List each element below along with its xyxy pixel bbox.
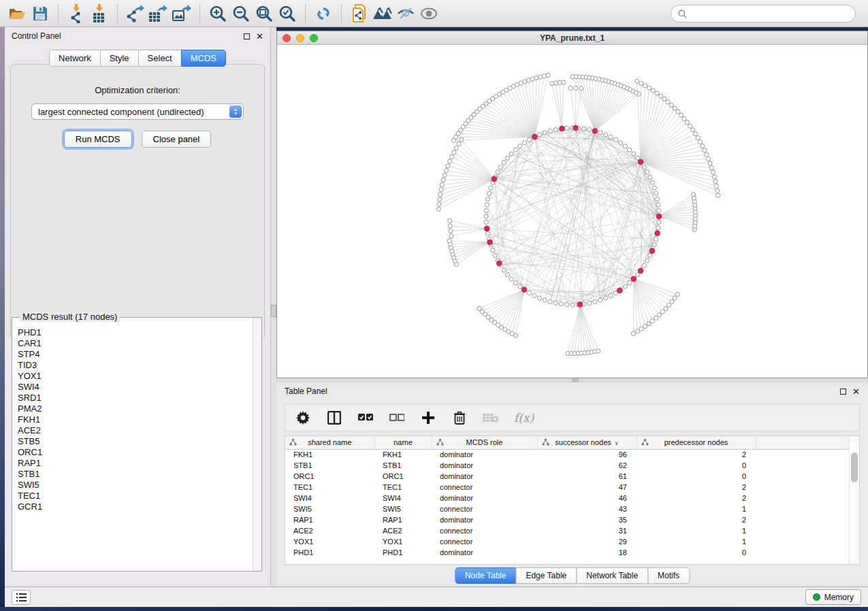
zoom-fit-button[interactable] — [253, 3, 276, 24]
table-cell[interactable]: 47 — [537, 482, 637, 493]
table-cell[interactable]: 62 — [537, 460, 637, 471]
table-cell[interactable]: TEC1 — [285, 482, 374, 493]
table-cell[interactable]: PHD1 — [285, 547, 374, 558]
memory-button[interactable]: Memory — [805, 589, 861, 605]
table-cell[interactable]: dominator — [432, 514, 537, 525]
search-box[interactable] — [671, 5, 856, 22]
column-header-predecessor-nodes[interactable]: predecessor nodes — [637, 436, 756, 449]
table-cell[interactable]: dominator — [432, 471, 537, 482]
gear-icon[interactable] — [295, 410, 311, 426]
window-zoom-button[interactable] — [310, 34, 318, 42]
export-network-button[interactable] — [124, 3, 147, 24]
table-cell[interactable]: 1 — [637, 503, 756, 514]
table-cell[interactable]: 18 — [537, 547, 637, 558]
table-cell[interactable]: 2 — [637, 449, 756, 460]
tab-style[interactable]: Style — [100, 50, 139, 67]
column-header-MCDS-role[interactable]: MCDS role — [432, 436, 537, 449]
add-column-icon[interactable] — [420, 410, 436, 426]
table-cell[interactable]: STB1 — [285, 460, 374, 471]
window-minimize-button[interactable] — [296, 34, 304, 42]
table-cell[interactable]: FKH1 — [285, 449, 374, 460]
deselect-all-icon[interactable] — [389, 410, 405, 426]
table-cell[interactable]: connector — [432, 536, 537, 547]
search-input[interactable] — [691, 9, 848, 18]
open-file-button[interactable] — [5, 3, 29, 24]
table-row[interactable]: ACE2ACE2connector311 — [285, 525, 857, 536]
table-cell[interactable]: 2 — [637, 514, 756, 525]
zoom-out-button[interactable] — [229, 3, 253, 24]
column-header-name[interactable]: name — [374, 436, 432, 449]
table-scrollbar-thumb[interactable] — [851, 452, 858, 482]
mcds-result-item[interactable]: ORC1 — [18, 447, 253, 458]
hide-selected-button[interactable] — [394, 3, 417, 24]
table-cell[interactable]: SWI4 — [374, 493, 432, 503]
table-cell[interactable]: dominator — [432, 460, 537, 471]
mcds-result-item[interactable]: YOX1 — [18, 371, 253, 382]
table-cell[interactable]: SWI5 — [285, 503, 374, 514]
new-network-from-selection-button[interactable] — [348, 3, 371, 24]
table-cell[interactable]: 35 — [537, 514, 637, 525]
table-cell[interactable]: 0 — [637, 547, 756, 558]
table-row[interactable]: ORC1ORC1dominator610 — [285, 471, 857, 482]
tab-edge-table[interactable]: Edge Table — [515, 567, 577, 584]
zoom-selected-button[interactable] — [276, 3, 299, 24]
tab-network[interactable]: Network — [49, 50, 101, 67]
export-table-button[interactable] — [147, 3, 170, 24]
mcds-result-item[interactable]: STB5 — [18, 436, 253, 447]
table-cell[interactable]: 96 — [537, 449, 637, 460]
table-cell[interactable]: SWI4 — [285, 493, 374, 503]
float-panel-icon[interactable] — [244, 33, 250, 39]
table-cell[interactable]: RAP1 — [285, 514, 374, 525]
run-mcds-button[interactable]: Run MCDS — [64, 131, 132, 148]
table-row[interactable]: STB1STB1dominator620 — [285, 460, 857, 471]
zoom-in-button[interactable] — [206, 3, 229, 24]
table-row[interactable]: TEC1TEC1connector472 — [285, 482, 857, 493]
mcds-result-item[interactable]: SRD1 — [18, 393, 253, 403]
table-cell[interactable]: PHD1 — [374, 547, 432, 558]
table-cell[interactable]: dominator — [432, 493, 537, 503]
table-cell[interactable]: 0 — [637, 460, 756, 471]
table-cell[interactable]: 29 — [537, 536, 637, 547]
vertical-splitter[interactable] — [271, 27, 276, 587]
table-cell[interactable]: ORC1 — [374, 471, 432, 482]
table-cell[interactable]: ACE2 — [285, 525, 374, 536]
table-row[interactable]: SWI5SWI5connector431 — [285, 503, 857, 514]
table-row[interactable]: FKH1FKH1dominator962 — [285, 449, 857, 460]
table-cell[interactable]: ORC1 — [285, 471, 374, 482]
apply-layout-button[interactable] — [312, 3, 335, 24]
float-table-panel-icon[interactable] — [840, 389, 846, 395]
mcds-result-item[interactable]: TID3 — [18, 360, 253, 371]
table-cell[interactable]: 31 — [537, 525, 637, 536]
network-window-titlebar[interactable]: YPA_prune.txt_1 — [277, 31, 867, 45]
table-cell[interactable]: 1 — [637, 536, 756, 547]
mcds-result-item[interactable]: FKH1 — [18, 414, 253, 425]
table-cell[interactable]: STB1 — [374, 460, 432, 471]
save-session-button[interactable] — [29, 3, 52, 24]
select-first-neighbors-button[interactable] — [371, 3, 394, 24]
close-panel-button[interactable]: Close panel — [142, 131, 212, 148]
show-all-button[interactable] — [417, 3, 440, 24]
network-canvas[interactable] — [277, 45, 867, 378]
column-header-shared-name[interactable]: shared name — [285, 436, 374, 449]
mcds-result-item[interactable]: RAP1 — [18, 458, 253, 469]
mcds-result-item[interactable]: PMA2 — [18, 403, 253, 414]
mcds-result-item[interactable]: SWI4 — [18, 382, 253, 393]
table-cell[interactable]: 43 — [537, 503, 637, 514]
tab-network-table[interactable]: Network Table — [576, 567, 648, 584]
mcds-result-item[interactable]: STP4 — [18, 349, 253, 360]
table-cell[interactable]: YOX1 — [285, 536, 374, 547]
table-row[interactable]: SWI4SWI4dominator462 — [285, 493, 857, 503]
vertical-splitter-handle[interactable] — [271, 305, 276, 317]
table-cell[interactable]: FKH1 — [374, 449, 432, 460]
tab-motifs[interactable]: Motifs — [647, 567, 690, 584]
mcds-result-item[interactable]: GCR1 — [18, 501, 253, 512]
table-cell[interactable]: 2 — [637, 482, 756, 493]
export-image-button[interactable] — [170, 3, 193, 24]
close-table-panel-icon[interactable]: ✕ — [852, 389, 860, 395]
table-cell[interactable]: YOX1 — [374, 536, 432, 547]
table-cell[interactable]: 61 — [537, 471, 637, 482]
tab-select[interactable]: Select — [138, 50, 182, 67]
mcds-result-item[interactable]: ACE2 — [18, 425, 253, 436]
optimization-criterion-select[interactable]: largest connected component (undirected)… — [31, 103, 244, 120]
table-cell[interactable]: SWI5 — [374, 503, 432, 514]
